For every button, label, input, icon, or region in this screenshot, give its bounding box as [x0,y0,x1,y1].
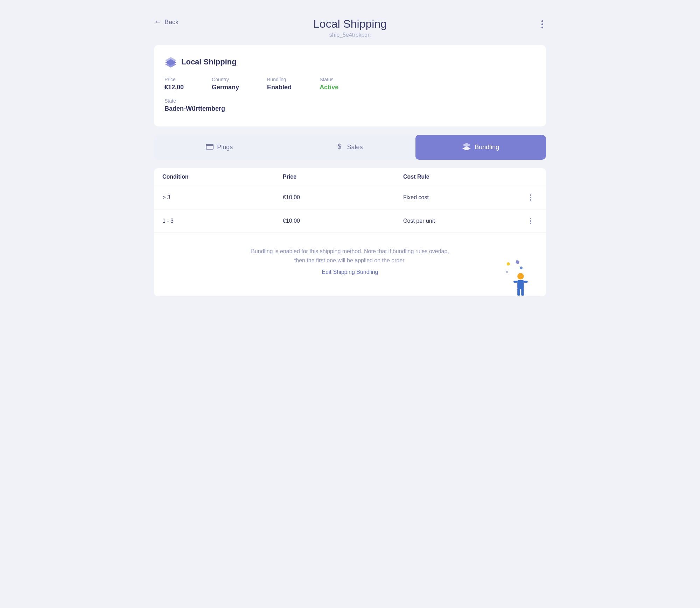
svg-point-11 [520,267,523,269]
price-label: Price [164,77,184,82]
plugs-icon [206,143,214,151]
svg-point-8 [507,262,510,265]
th-condition: Condition [162,174,283,180]
svg-rect-16 [513,281,517,283]
row2-dot-3 [530,223,531,224]
table-row: > 3 €10,00 Fixed cost [154,186,546,209]
price-value: €12,00 [164,84,184,91]
svg-rect-9 [516,260,519,264]
row2-condition: 1 - 3 [162,218,283,224]
row2-dot-1 [530,218,531,219]
svg-rect-13 [517,280,524,289]
svg-text:$: $ [338,143,341,150]
row1-condition: > 3 [162,194,283,201]
row1-dot-3 [530,199,531,201]
more-dot-2 [541,23,543,25]
page-subtitle: ship_5e4trpkpqn [313,32,387,38]
back-arrow-icon: ← [154,18,162,27]
price-field: Price €12,00 [164,77,184,91]
decorative-character: × [504,254,532,296]
fields-row-1: Price €12,00 Country Germany Bundling En… [164,77,536,91]
state-field: State Baden-Württemberg [164,98,225,112]
edit-bundling-link[interactable]: Edit Shipping Bundling [322,269,378,275]
card-title-row: Local Shipping [164,56,536,68]
state-label: State [164,98,225,104]
table-row: 1 - 3 €10,00 Cost per unit [154,209,546,233]
tab-sales-label: Sales [347,144,363,151]
fields-row-2: State Baden-Württemberg [164,98,536,112]
country-field: Country Germany [212,77,239,91]
status-value: Active [320,84,338,91]
row2-menu-button[interactable] [524,216,538,226]
svg-rect-14 [517,289,520,296]
header-title-group: Local Shipping ship_5e4trpkpqn [313,18,387,38]
tab-plugs[interactable]: Plugs [154,135,285,160]
status-field: Status Active [320,77,338,91]
bundling-value: Enabled [267,84,292,91]
row2-price: €10,00 [283,218,403,224]
notice-box: Bundling is enabled for this shipping me… [154,233,546,296]
svg-marker-7 [462,146,471,150]
state-value: Baden-Württemberg [164,105,225,112]
row2-cost-rule: Cost per unit [403,218,524,224]
layers-icon [164,56,177,68]
bundling-tab-icon [462,143,471,152]
back-label: Back [164,19,178,26]
country-value: Germany [212,84,239,91]
row2-dot-2 [530,220,531,222]
row1-dot-2 [530,197,531,198]
svg-point-12 [517,273,524,279]
row1-cost-rule: Fixed cost [403,194,524,201]
tab-sales[interactable]: $ Sales [285,135,415,160]
country-label: Country [212,77,239,82]
back-button[interactable]: ← Back [154,18,178,27]
row1-dot-1 [530,194,531,196]
row1-price: €10,00 [283,194,403,201]
svg-rect-15 [521,289,524,296]
bundling-field: Bundling Enabled [267,77,292,91]
svg-rect-17 [524,281,528,283]
svg-text:×: × [506,270,509,275]
table-header: Condition Price Cost Rule [154,168,546,186]
page-title: Local Shipping [313,18,387,30]
row1-menu-button[interactable] [524,193,538,202]
th-cost-rule: Cost Rule [403,174,524,180]
status-label: Status [320,77,338,82]
th-price: Price [283,174,403,180]
svg-rect-3 [206,144,213,149]
bundling-label: Bundling [267,77,292,82]
th-actions [524,174,538,180]
more-dot-1 [541,20,543,22]
bundling-table-card: Condition Price Cost Rule > 3 €10,00 Fix… [154,168,546,296]
tabs-container: Plugs $ Sales Bundling [154,135,546,160]
more-dot-3 [541,27,543,28]
notice-text: Bundling is enabled for this shipping me… [245,247,455,265]
sales-icon: $ [337,143,343,152]
tab-bundling-label: Bundling [475,144,499,151]
info-card: Local Shipping Price €12,00 Country Germ… [154,45,546,126]
card-title: Local Shipping [181,57,237,67]
more-menu-button[interactable] [539,18,546,31]
tab-bundling[interactable]: Bundling [415,135,546,160]
tab-plugs-label: Plugs [217,144,233,151]
